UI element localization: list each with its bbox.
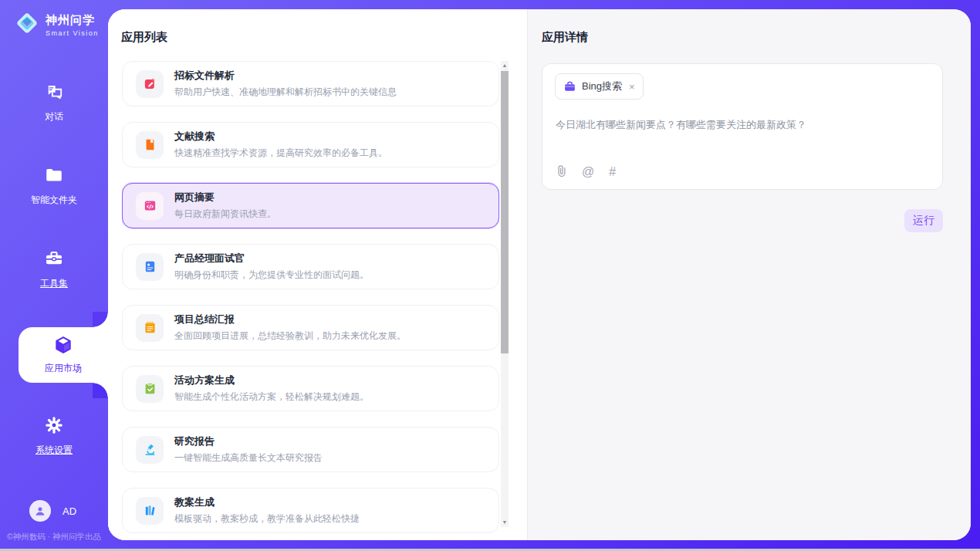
folder-icon xyxy=(44,165,64,188)
app-card-3[interactable]: 网页摘要每日政府新闻资讯快查。 xyxy=(122,183,499,228)
sidebar-item-1[interactable]: 对话 xyxy=(0,82,108,123)
sidebar-item-label: 对话 xyxy=(45,110,63,123)
tool-chip-label: Bing搜索 xyxy=(582,79,622,93)
microscope-icon xyxy=(136,436,164,464)
sidebar-item-3[interactable]: 工具集 xyxy=(0,248,108,290)
app-card-name: 活动方案生成 xyxy=(174,374,369,387)
at-icon[interactable]: @ xyxy=(582,166,594,178)
app-card-5[interactable]: 项目总结汇报全面回顾项目进展，总结经验教训，助力未来优化发展。 xyxy=(122,305,499,350)
avatar[interactable] xyxy=(29,500,51,522)
run-button[interactable]: 运行 xyxy=(904,209,943,232)
sidebar-item-label: 智能文件夹 xyxy=(31,194,77,207)
app-card-desc: 明确身份和职责，为您提供专业性的面试问题。 xyxy=(174,269,369,282)
app-card-4[interactable]: 产品经理面试官明确身份和职责，为您提供专业性的面试问题。 xyxy=(122,244,499,289)
gear-icon xyxy=(44,415,64,438)
app-card-desc: 全面回顾项目进展，总结经验教训，助力未来优化发展。 xyxy=(174,330,406,343)
app-card-text: 项目总结汇报全面回顾项目进展，总结经验教训，助力未来优化发展。 xyxy=(174,313,406,343)
active-notch-bottom xyxy=(93,383,108,398)
chat-icon xyxy=(44,82,64,105)
scroll-up-icon[interactable]: ▲ xyxy=(501,61,509,70)
app-card-text: 活动方案生成智能生成个性化活动方案，轻松解决规划难题。 xyxy=(174,374,369,404)
app-card-text: 研究报告一键智能生成高质量长文本研究报告 xyxy=(174,434,323,465)
app-card-name: 产品经理面试官 xyxy=(174,252,369,265)
app-card-name: 项目总结汇报 xyxy=(174,313,406,326)
app-list-pane: 应用列表 招标文件解析帮助用户快速、准确地理解和解析招标书中的关键信息文献搜索快… xyxy=(108,9,527,540)
browser-code-icon xyxy=(136,192,164,220)
app-card-name: 招标文件解析 xyxy=(174,69,397,83)
sidebar-item-5[interactable]: 系统设置 xyxy=(0,415,108,457)
query-input-card[interactable]: Bing搜索 × 今日湖北有哪些新闻要点？有哪些需要关注的最新政策？ @ # xyxy=(542,63,943,190)
app-card-text: 产品经理面试官明确身份和职责，为您提供专业性的面试问题。 xyxy=(174,252,369,282)
app-card-desc: 帮助用户快速、准确地理解和解析招标书中的关键信息 xyxy=(174,86,397,99)
hash-icon[interactable]: # xyxy=(609,166,616,178)
resume-icon xyxy=(136,253,164,281)
user-initials: AD xyxy=(63,505,76,517)
toolbox-icon xyxy=(44,248,64,272)
briefcase-icon xyxy=(563,80,576,93)
app-card-text: 招标文件解析帮助用户快速、准确地理解和解析招标书中的关键信息 xyxy=(174,69,397,99)
app-detail-title: 应用详情 xyxy=(542,30,588,45)
app-card-text: 网页摘要每日政府新闻资讯快查。 xyxy=(174,191,276,221)
books-icon xyxy=(136,497,164,525)
app-card-name: 网页摘要 xyxy=(174,191,276,205)
app-card-desc: 一键智能生成高质量长文本研究报告 xyxy=(174,451,323,465)
notepad-icon xyxy=(136,314,164,342)
app-card-2[interactable]: 文献搜索快速精准查找学术资源，提高研究效率的必备工具。 xyxy=(122,122,499,167)
active-notch-top xyxy=(93,312,108,327)
app-card-1[interactable]: 招标文件解析帮助用户快速、准确地理解和解析招标书中的关键信息 xyxy=(122,61,499,106)
user-row[interactable]: AD xyxy=(29,500,76,522)
edit-document-icon xyxy=(136,70,164,98)
brand-name: 神州问学 xyxy=(46,13,99,28)
app-card-7[interactable]: 研究报告一键智能生成高质量长文本研究报告 xyxy=(122,427,499,472)
person-icon xyxy=(33,504,47,518)
app-card-name: 研究报告 xyxy=(174,434,323,448)
main-panel: 应用列表 招标文件解析帮助用户快速、准确地理解和解析招标书中的关键信息文献搜索快… xyxy=(108,9,971,540)
book-icon xyxy=(136,131,164,159)
app-card-8[interactable]: 教案生成模板驱动，教案秒成，教学准备从此轻松快捷 xyxy=(122,488,499,533)
sidebar-item-label: 系统设置 xyxy=(35,444,73,457)
app-card-list: 招标文件解析帮助用户快速、准确地理解和解析招标书中的关键信息文献搜索快速精准查找… xyxy=(122,61,499,540)
attachment-toolbar: @ # xyxy=(556,164,616,180)
brand: 神州问学 Smart Vision xyxy=(14,10,99,39)
tool-chip-bing-search[interactable]: Bing搜索 × xyxy=(555,73,644,100)
scroll-down-icon[interactable]: ▼ xyxy=(501,518,509,527)
sidebar-item-label: 工具集 xyxy=(40,277,68,290)
scrollbar[interactable]: ▲ ▼ xyxy=(501,61,509,527)
app-card-desc: 智能生成个性化活动方案，轻松解决规划难题。 xyxy=(174,390,369,404)
sidebar-item-2[interactable]: 智能文件夹 xyxy=(0,165,108,207)
cube-icon xyxy=(53,335,73,358)
scrollbar-thumb[interactable] xyxy=(501,71,509,353)
app-card-6[interactable]: 活动方案生成智能生成个性化活动方案，轻松解决规划难题。 xyxy=(122,366,499,411)
app-card-name: 文献搜索 xyxy=(174,130,387,144)
sidebar-footer: ©神州数码 · 神州问学出品 xyxy=(0,532,108,543)
close-icon[interactable]: × xyxy=(629,81,635,93)
app-card-name: 教案生成 xyxy=(174,495,360,509)
sidebar-item-label: 应用市场 xyxy=(45,362,82,375)
sidebar: 神州问学 Smart Vision 对话智能文件夹工具集应用市场系统设置 AD … xyxy=(0,0,108,549)
app-detail-pane: 应用详情 Bing搜索 × 今日湖北有哪些新闻要点？有哪些需要关注的最新政策？ xyxy=(527,9,971,540)
app-window: 神州问学 Smart Vision 对话智能文件夹工具集应用市场系统设置 AD … xyxy=(0,0,980,549)
app-card-desc: 每日政府新闻资讯快查。 xyxy=(174,208,276,221)
clipboard-check-icon xyxy=(136,375,164,403)
brand-subtitle: Smart Vision xyxy=(46,29,99,37)
query-text[interactable]: 今日湖北有哪些新闻要点？有哪些需要关注的最新政策？ xyxy=(556,118,930,132)
gem-diamond-icon xyxy=(14,10,40,39)
app-card-desc: 模板驱动，教案秒成，教学准备从此轻松快捷 xyxy=(174,512,360,526)
paperclip-icon[interactable] xyxy=(556,164,567,180)
sidebar-item-4[interactable]: 应用市场 xyxy=(19,327,108,383)
app-list-title: 应用列表 xyxy=(121,30,167,45)
app-card-text: 教案生成模板驱动，教案秒成，教学准备从此轻松快捷 xyxy=(174,495,360,526)
app-card-text: 文献搜索快速精准查找学术资源，提高研究效率的必备工具。 xyxy=(174,130,387,160)
app-card-desc: 快速精准查找学术资源，提高研究效率的必备工具。 xyxy=(174,147,387,160)
